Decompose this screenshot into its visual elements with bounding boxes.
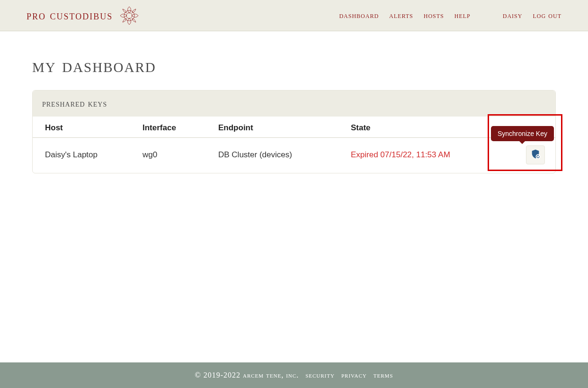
col-header-state: State [345,117,513,138]
cell-interface: wg0 [137,138,213,173]
nav-help[interactable]: help [454,11,471,20]
svg-point-1 [124,10,134,21]
nav-hosts[interactable]: hosts [424,11,444,20]
preshared-keys-table: Host Interface Endpoint State Daisy's La… [33,117,555,173]
footer-copyright: © 2019-2022 arcem tene, inc. [195,371,299,379]
preshared-keys-panel: preshared keys Host Interface Endpoint S… [32,90,556,173]
cell-endpoint: DB Cluster (devices) [213,138,345,173]
page-title: my dashboard [32,54,556,77]
brand-name: pro custodibus [27,9,113,23]
synchronize-key-button[interactable]: Synchronize Key [526,145,545,164]
cell-state: Expired 07/15/22, 11:53 AM [345,138,513,173]
nav-alerts[interactable]: alerts [389,11,413,20]
col-header-endpoint: Endpoint [213,117,345,138]
panel-title: preshared keys [42,98,546,109]
col-header-interface: Interface [137,117,213,138]
footer: © 2019-2022 arcem tene, inc. security pr… [0,362,588,388]
footer-security[interactable]: security [305,371,335,379]
table-row: Daisy's Laptop wg0 DB Cluster (devices) … [33,138,555,173]
cell-host: Daisy's Laptop [33,138,137,173]
panel-header: preshared keys [33,90,555,117]
svg-point-0 [126,13,132,18]
tooltip-synchronize-key: Synchronize Key [491,126,554,141]
shield-sync-icon [530,149,541,162]
col-header-host: Host [33,117,137,138]
footer-privacy[interactable]: privacy [341,371,367,379]
brand-logo-icon [118,5,140,27]
footer-terms[interactable]: terms [374,371,393,379]
brand[interactable]: pro custodibus [27,5,140,27]
nav-logout[interactable]: log out [533,11,561,20]
main-content: my dashboard preshared keys Host Interfa… [0,31,588,362]
topbar: pro custodibus dashboard alerts [0,0,588,31]
nav-user[interactable]: daisy [503,11,523,20]
nav-dashboard[interactable]: dashboard [339,11,379,20]
nav-links: dashboard alerts hosts help daisy log ou… [339,11,561,20]
